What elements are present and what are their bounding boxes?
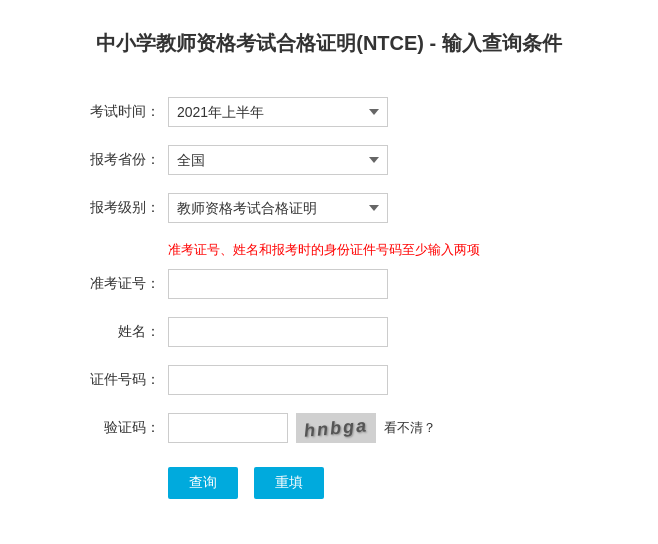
captcha-image[interactable]: hnbga xyxy=(296,413,376,443)
name-label: 姓名 xyxy=(80,323,160,341)
captcha-wrap: hnbga 看不清？ xyxy=(168,413,578,443)
exam-time-wrap: 2021年上半年 2021年下半年 2020年上半年 xyxy=(168,97,578,127)
exam-time-select[interactable]: 2021年上半年 2021年下半年 2020年上半年 xyxy=(168,97,388,127)
province-row: 报考省份 全国 北京 上海 xyxy=(80,145,578,175)
exam-time-label: 考试时间 xyxy=(80,103,160,121)
captcha-text: hnbga xyxy=(303,415,369,441)
id-number-wrap xyxy=(168,365,578,395)
id-number-label: 证件号码 xyxy=(80,371,160,389)
captcha-label: 验证码 xyxy=(80,419,160,437)
category-label: 报考级别 xyxy=(80,199,160,217)
id-number-row: 证件号码 xyxy=(80,365,578,395)
admit-card-wrap xyxy=(168,269,578,299)
captcha-controls: hnbga 看不清？ xyxy=(168,413,578,443)
form-container: 考试时间 2021年上半年 2021年下半年 2020年上半年 报考省份 全国 … xyxy=(0,97,658,499)
name-row: 姓名 xyxy=(80,317,578,347)
province-wrap: 全国 北京 上海 xyxy=(168,145,578,175)
category-row: 报考级别 教师资格考试合格证明 其他 xyxy=(80,193,578,223)
id-number-input[interactable] xyxy=(168,365,388,395)
admit-card-row: 准考证号 xyxy=(80,269,578,299)
name-wrap xyxy=(168,317,578,347)
admit-card-input[interactable] xyxy=(168,269,388,299)
name-input[interactable] xyxy=(168,317,388,347)
category-select[interactable]: 教师资格考试合格证明 其他 xyxy=(168,193,388,223)
captcha-row: 验证码 hnbga 看不清？ xyxy=(80,413,578,443)
page-container: 中小学教师资格考试合格证明(NTCE) - 输入查询条件 考试时间 2021年上… xyxy=(0,0,658,544)
button-row: 查询 重填 xyxy=(168,467,578,499)
page-title: 中小学教师资格考试合格证明(NTCE) - 输入查询条件 xyxy=(0,20,658,67)
captcha-input[interactable] xyxy=(168,413,288,443)
reset-button[interactable]: 重填 xyxy=(254,467,324,499)
category-wrap: 教师资格考试合格证明 其他 xyxy=(168,193,578,223)
admit-card-label: 准考证号 xyxy=(80,275,160,293)
query-button[interactable]: 查询 xyxy=(168,467,238,499)
province-select[interactable]: 全国 北京 上海 xyxy=(168,145,388,175)
province-label: 报考省份 xyxy=(80,151,160,169)
exam-time-row: 考试时间 2021年上半年 2021年下半年 2020年上半年 xyxy=(80,97,578,127)
error-message: 准考证号、姓名和报考时的身份证件号码至少输入两项 xyxy=(168,241,578,259)
captcha-refresh[interactable]: 看不清？ xyxy=(384,419,436,437)
